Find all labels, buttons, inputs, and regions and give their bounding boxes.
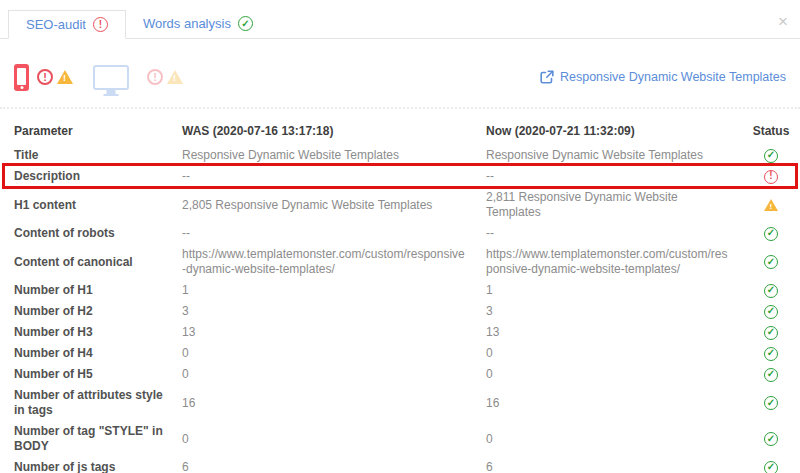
- param-label: Number of H4: [14, 346, 182, 361]
- seo-audit-panel: × SEO-audit ! Words analysis ✓ ! ! Respo…: [0, 10, 800, 473]
- param-label: Number of H5: [14, 367, 182, 382]
- was-value: 2,805 Responsive Dynamic Website Templat…: [182, 198, 486, 213]
- check-circle-icon: [764, 255, 778, 269]
- now-value: 13: [486, 325, 748, 340]
- now-value: --: [486, 226, 748, 241]
- table-row: Number of H3 13 13: [0, 322, 800, 343]
- check-circle-icon: [764, 461, 778, 473]
- now-value: https://www.templatemonster.com/custom/r…: [486, 247, 748, 277]
- table-row: Description -- --: [0, 166, 800, 187]
- table-body: Title Responsive Dynamic Website Templat…: [0, 145, 800, 473]
- was-value: 0: [182, 367, 486, 382]
- table-row: Number of attributes style in tags 16 16: [0, 385, 800, 421]
- now-value: 0: [486, 367, 748, 382]
- column-header-parameter: Parameter: [14, 124, 182, 139]
- tab-label: Words analysis: [143, 16, 231, 31]
- seo-parameters-table: Parameter WAS (2020-07-16 13:17:18) Now …: [0, 117, 800, 473]
- now-value: 6: [486, 460, 748, 473]
- exclamation-circle-icon: !: [37, 69, 53, 85]
- param-label: Content of robots: [14, 226, 182, 241]
- table-header: Parameter WAS (2020-07-16 13:17:18) Now …: [0, 117, 800, 145]
- tab-label: SEO-audit: [26, 17, 86, 32]
- check-circle-icon: [764, 368, 778, 382]
- check-circle-icon: [764, 326, 778, 340]
- now-value: 16: [486, 396, 748, 411]
- was-value: --: [182, 169, 486, 184]
- table-row: Number of H1 1 1: [0, 280, 800, 301]
- table-row: Number of H4 0 0: [0, 343, 800, 364]
- check-circle-icon: [764, 284, 778, 298]
- check-circle-icon: [764, 396, 778, 410]
- table-row: Number of js tags 6 6: [0, 457, 800, 473]
- page-link-label: Responsive Dynamic Website Templates: [560, 70, 786, 84]
- table-row: Number of H2 3 3: [0, 301, 800, 322]
- param-label: Number of tag "STYLE" in BODY: [14, 424, 182, 454]
- was-value: 6: [182, 460, 486, 473]
- exclamation-circle-icon: !: [93, 17, 108, 32]
- device-status-bar: ! ! Responsive Dynamic Website Templates: [14, 61, 786, 93]
- table-row: Content of canonical https://www.templat…: [0, 244, 800, 280]
- param-label: Number of H2: [14, 304, 182, 319]
- check-circle-icon: [764, 149, 778, 163]
- now-value: --: [486, 169, 748, 184]
- now-value: 1: [486, 283, 748, 298]
- was-value: https://www.templatemonster.com/custom/r…: [182, 247, 486, 277]
- param-label: Content of canonical: [14, 255, 182, 270]
- now-value: 3: [486, 304, 748, 319]
- was-value: 16: [182, 396, 486, 411]
- was-value: 1: [182, 283, 486, 298]
- column-header-was: WAS (2020-07-16 13:17:18): [182, 124, 486, 139]
- warning-triangle-icon: [764, 199, 778, 211]
- warning-triangle-icon-faded: [167, 70, 183, 84]
- mobile-phone-icon[interactable]: [14, 64, 29, 91]
- exclamation-circle-icon-faded: !: [147, 69, 163, 85]
- column-header-now: Now (2020-07-21 11:32:09): [486, 124, 748, 139]
- table-row: Title Responsive Dynamic Website Templat…: [0, 145, 800, 166]
- page-link[interactable]: Responsive Dynamic Website Templates: [540, 70, 786, 84]
- desktop-monitor-icon[interactable]: [93, 65, 129, 90]
- check-circle-icon: [764, 227, 778, 241]
- check-circle-icon: [764, 432, 778, 446]
- now-value: 2,811 Responsive Dynamic Website Templat…: [486, 190, 748, 220]
- now-value: 0: [486, 346, 748, 361]
- param-label: Number of H1: [14, 283, 182, 298]
- param-label: Title: [14, 148, 182, 163]
- check-circle-icon: ✓: [238, 16, 253, 31]
- param-label: Number of attributes style in tags: [14, 388, 182, 418]
- was-value: 3: [182, 304, 486, 319]
- tab-seo-audit[interactable]: SEO-audit !: [8, 10, 126, 39]
- table-row: Number of tag "STYLE" in BODY 0 0: [0, 421, 800, 457]
- param-label: Description: [14, 169, 182, 184]
- check-circle-icon: [764, 305, 778, 319]
- exclamation-circle-icon: [764, 170, 778, 184]
- tab-words-analysis[interactable]: Words analysis ✓: [126, 9, 270, 38]
- table-row: Content of robots -- --: [0, 223, 800, 244]
- now-value: Responsive Dynamic Website Templates: [486, 148, 748, 163]
- warning-triangle-icon: [57, 70, 73, 84]
- now-value: 0: [486, 432, 748, 447]
- table-row: Number of H5 0 0: [0, 364, 800, 385]
- param-label: H1 content: [14, 198, 182, 213]
- column-header-status: Status: [753, 124, 790, 139]
- external-link-icon: [540, 70, 554, 84]
- was-value: --: [182, 226, 486, 241]
- separator: [0, 107, 800, 109]
- check-circle-icon: [764, 347, 778, 361]
- was-value: 13: [182, 325, 486, 340]
- close-icon[interactable]: ×: [778, 13, 788, 30]
- param-label: Number of js tags: [14, 460, 182, 473]
- tab-bar: SEO-audit ! Words analysis ✓: [0, 10, 800, 39]
- param-label: Number of H3: [14, 325, 182, 340]
- was-value: 0: [182, 346, 486, 361]
- was-value: Responsive Dynamic Website Templates: [182, 148, 486, 163]
- was-value: 0: [182, 432, 486, 447]
- table-row: H1 content 2,805 Responsive Dynamic Webs…: [0, 187, 800, 223]
